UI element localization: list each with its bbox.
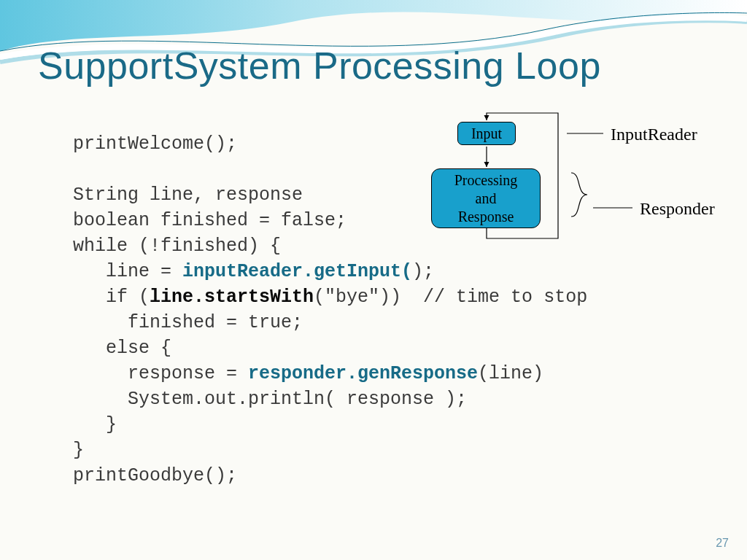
code-line: } <box>73 414 117 435</box>
code-line: finished = true; <box>73 312 303 333</box>
code-line: ); <box>412 261 434 282</box>
code-line: response = <box>73 363 248 384</box>
code-line: else { <box>73 338 171 359</box>
code-line: boolean finished = false; <box>73 210 347 231</box>
flowchart-text: Processing <box>454 171 518 190</box>
code-line: while (!finished) { <box>73 236 281 257</box>
slide-title: SupportSystem Processing Loop <box>38 44 601 88</box>
code-line: } <box>73 440 84 461</box>
flowchart-box-processing: Processing and Response <box>431 168 541 228</box>
flowchart-label-inputreader: InputReader <box>611 125 697 144</box>
flowchart: Input Processing and Response InputReade… <box>412 106 726 259</box>
flowchart-text: and <box>476 190 497 208</box>
code-line: String line, response <box>73 184 303 206</box>
code-line: line = <box>73 261 182 282</box>
flowchart-text: Response <box>458 208 514 226</box>
code-highlight: responder.genResponse <box>248 363 478 384</box>
flowchart-label-responder: Responder <box>640 199 715 219</box>
code-bold: line.startsWith <box>150 287 314 308</box>
code-line: System.out.println( response ); <box>73 389 467 410</box>
code-line: (line) <box>478 363 543 384</box>
page-number: 27 <box>716 537 729 550</box>
flowchart-box-input: Input <box>457 122 516 145</box>
code-line: if ( <box>73 287 150 308</box>
code-line: ("bye")) // time to stop <box>314 287 587 308</box>
code-line: printWelcome(); <box>73 133 237 155</box>
code-highlight: inputReader.getInput( <box>182 261 412 282</box>
code-line: printGoodbye(); <box>73 465 237 486</box>
